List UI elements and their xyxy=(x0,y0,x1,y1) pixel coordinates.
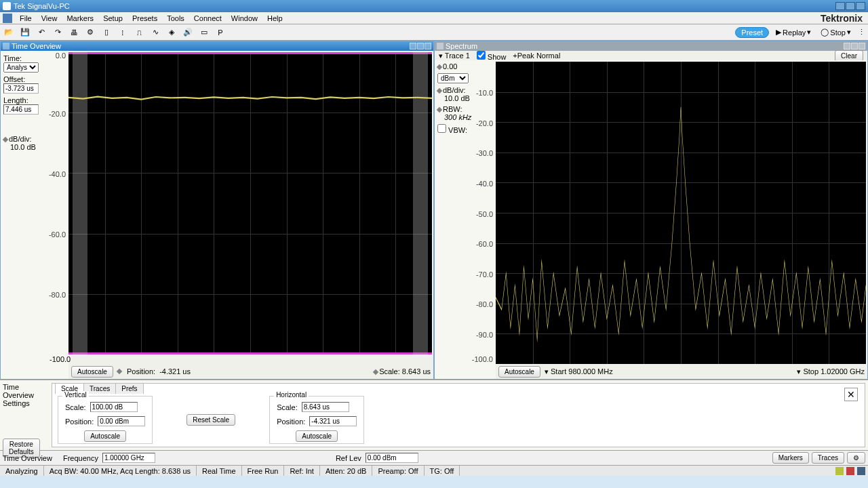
maximize-button[interactable] xyxy=(846,2,855,10)
hpos-input[interactable] xyxy=(309,416,357,426)
window-title: Tek SignalVu-PC xyxy=(14,2,70,10)
traces-button[interactable]: Traces xyxy=(812,452,844,464)
hscale-input[interactable] xyxy=(302,402,349,412)
stop-label: Stop xyxy=(803,367,818,375)
window-controls xyxy=(835,2,865,10)
markers-button[interactable]: Markers xyxy=(772,452,809,464)
start-value[interactable]: 980.000 MHz xyxy=(568,367,612,375)
toolbar: 📂 💾 ↶ ↷ 🖶 ⚙ ▯ ⫶ ⎍ ∿ ◈ 🔊 ▭ P Preset ▶ Rep… xyxy=(0,24,868,41)
settings-title2: Settings xyxy=(3,399,46,407)
trace-select[interactable]: Trace 1 xyxy=(445,52,470,60)
audio-icon[interactable]: 🔊 xyxy=(182,26,194,39)
print-icon[interactable]: 🖶 xyxy=(68,26,80,39)
reflev-input[interactable] xyxy=(366,453,418,463)
length-value[interactable]: 7.446 us xyxy=(3,104,39,115)
vpos-input[interactable] xyxy=(98,416,145,426)
close-button[interactable] xyxy=(856,2,865,10)
sp-autoscale-button[interactable]: Autoscale xyxy=(498,366,540,378)
peak-mode[interactable]: +Peak Normal xyxy=(513,52,560,60)
reflev-label: Ref Lev xyxy=(336,454,361,462)
panel-min-icon[interactable] xyxy=(844,43,850,49)
time-overview-plot[interactable] xyxy=(68,52,432,354)
status-preamp: Preamp: Off xyxy=(372,466,424,476)
stop-value[interactable]: 1.02000 GHz xyxy=(821,367,865,375)
settings-area: Time Overview Settings Restore Defaults … xyxy=(0,380,868,450)
panel-icon xyxy=(437,43,443,49)
ref-value[interactable]: 0.00 xyxy=(443,62,457,70)
redo-icon[interactable]: ↷ xyxy=(52,26,64,39)
status-analyzing: Analyzing xyxy=(0,466,44,476)
param-icon[interactable]: P xyxy=(214,26,226,39)
freq-input[interactable] xyxy=(102,453,155,463)
offset-value[interactable]: -3.723 us xyxy=(3,83,39,94)
panel-max-icon[interactable] xyxy=(851,43,858,49)
menu-tools[interactable]: Tools xyxy=(162,13,189,24)
menu-window[interactable]: Window xyxy=(226,13,262,24)
menu-presets[interactable]: Presets xyxy=(127,13,162,24)
status-ref: Ref: Int xyxy=(284,466,319,476)
wave-icon[interactable]: ∿ xyxy=(149,26,161,39)
panel-close-icon[interactable] xyxy=(425,43,431,49)
start-label: Start xyxy=(551,367,566,375)
system-menu-icon[interactable] xyxy=(3,14,12,23)
vscale-input[interactable] xyxy=(90,402,138,412)
minimize-button[interactable] xyxy=(835,2,845,10)
spectrum-panel: Spectrum ▾ Trace 1 Show +Peak Normal Cle… xyxy=(434,41,868,380)
status-realtime: Real Time xyxy=(197,466,242,476)
spectrum-header[interactable]: Spectrum xyxy=(435,41,867,51)
time-overview-panel: Time Overview Time: Analysis Offset: -3.… xyxy=(0,41,434,380)
settings-title1: Time Overview xyxy=(3,383,46,399)
save-icon[interactable]: 💾 xyxy=(19,26,31,39)
replay-button[interactable]: ▶ Replay ▾ xyxy=(773,26,814,38)
infobar: Time Overview Frequency Ref Lev Markers … xyxy=(0,450,868,465)
v-autoscale-button[interactable]: Autoscale xyxy=(84,430,126,442)
gear-icon[interactable]: ⚙ xyxy=(84,26,96,39)
window-titlebar: Tek SignalVu-PC xyxy=(0,0,868,12)
menu-markers[interactable]: Markers xyxy=(62,13,98,24)
menubar: File View Markers Setup Presets Tools Co… xyxy=(0,12,868,24)
spectrum-plot[interactable]: -10.0 -20.0 -30.0 -40.0 -50.0 -60.0 -70.… xyxy=(496,62,866,364)
app-icon xyxy=(3,2,11,10)
status-tg: TG: Off xyxy=(425,466,460,476)
reset-scale-button[interactable]: Reset Scale xyxy=(186,414,235,426)
time-overview-header[interactable]: Time Overview xyxy=(1,41,433,51)
time-axis-row: -100.0 xyxy=(68,354,433,364)
status-led2-icon xyxy=(846,467,854,475)
menu-setup[interactable]: Setup xyxy=(98,13,127,24)
menu-connect[interactable]: Connect xyxy=(189,13,226,24)
spectrum-icon[interactable]: ⫶ xyxy=(117,26,129,39)
preset-button[interactable]: Preset xyxy=(735,27,769,38)
status-freerun: Free Run xyxy=(242,466,285,476)
vertical-fieldset: Vertical Scale: Position: Autoscale xyxy=(58,396,153,444)
pulse-icon[interactable]: ⎍ xyxy=(133,26,145,39)
video-icon[interactable]: ▭ xyxy=(198,26,210,39)
show-checkbox[interactable] xyxy=(477,51,486,60)
stop-button[interactable]: ◯ Stop ▾ xyxy=(818,26,854,38)
menu-help[interactable]: Help xyxy=(262,13,288,24)
scale-value[interactable]: 8.643 us xyxy=(402,367,431,375)
vbw-checkbox[interactable] xyxy=(437,124,446,133)
panel-min-icon[interactable] xyxy=(410,43,416,49)
unit-select[interactable]: dBm xyxy=(437,73,469,83)
status-atten: Atten: 20 dB xyxy=(320,466,373,476)
clear-button[interactable]: Clear xyxy=(835,50,863,62)
autoscale-button[interactable]: Autoscale xyxy=(71,366,113,378)
gear-icon[interactable]: ⚙ xyxy=(847,452,865,464)
position-value[interactable]: -4.321 us xyxy=(159,367,191,375)
brand-logo: Tektronix xyxy=(821,13,868,24)
statusbar: Analyzing Acq BW: 40.00 MHz, Acq Length:… xyxy=(0,465,868,476)
panel-max-icon[interactable] xyxy=(417,43,424,49)
more-icon[interactable]: ⋮ xyxy=(858,28,865,37)
time-overview-title: Time Overview xyxy=(12,42,61,50)
infobar-name: Time Overview xyxy=(3,454,52,462)
menu-view[interactable]: View xyxy=(37,13,62,24)
menu-file[interactable]: File xyxy=(15,13,37,24)
h-autoscale-button[interactable]: Autoscale xyxy=(296,430,338,442)
panel-close-icon[interactable] xyxy=(859,43,865,49)
undo-icon[interactable]: ↶ xyxy=(35,26,47,39)
mod-icon[interactable]: ◈ xyxy=(165,26,178,39)
analysis-select[interactable]: Analysis xyxy=(3,62,39,73)
display1-icon[interactable]: ▯ xyxy=(100,26,113,39)
settings-close-button[interactable]: ✕ xyxy=(844,388,858,401)
open-icon[interactable]: 📂 xyxy=(3,26,15,39)
